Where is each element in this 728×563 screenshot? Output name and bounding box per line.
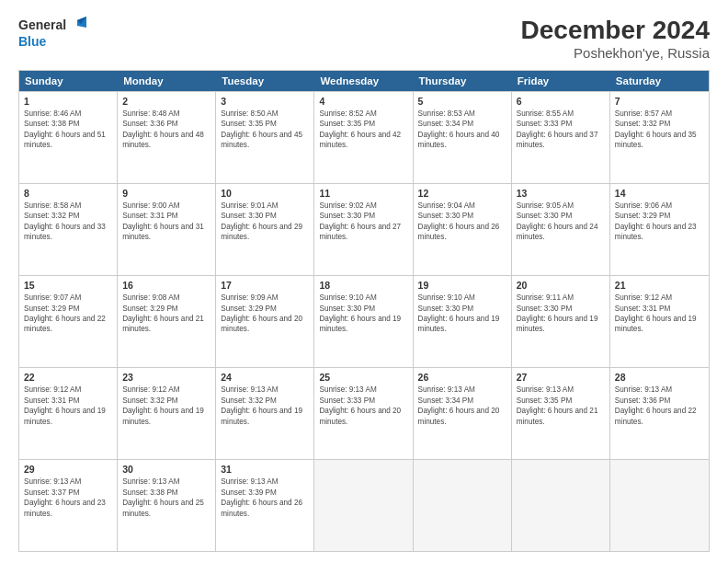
- sunrise-text: Sunrise: 9:13 AM: [24, 477, 81, 486]
- cal-cell-r3-c1: 15 Sunrise: 9:07 AM Sunset: 3:29 PM Dayl…: [19, 276, 118, 367]
- daylight-text: Daylight: 6 hours and 23 minutes.: [24, 499, 106, 517]
- daylight-text: Daylight: 6 hours and 26 minutes.: [418, 223, 500, 241]
- sunrise-text: Sunrise: 9:10 AM: [319, 293, 376, 302]
- daylight-text: Daylight: 6 hours and 19 minutes.: [122, 407, 204, 425]
- sunrise-text: Sunrise: 9:12 AM: [615, 293, 672, 302]
- daylight-text: Daylight: 6 hours and 31 minutes.: [122, 223, 204, 241]
- logo-general: General: [18, 18, 66, 32]
- sunset-text: Sunset: 3:32 PM: [615, 120, 671, 128]
- daylight-text: Daylight: 6 hours and 51 minutes.: [24, 131, 106, 149]
- sunrise-text: Sunrise: 9:13 AM: [517, 385, 574, 394]
- cal-cell-r4-c4: 25 Sunrise: 9:13 AM Sunset: 3:33 PM Dayl…: [314, 368, 413, 459]
- daylight-text: Daylight: 6 hours and 19 minutes.: [319, 315, 401, 333]
- sunrise-text: Sunrise: 9:13 AM: [221, 477, 278, 486]
- cal-cell-r4-c5: 26 Sunrise: 9:13 AM Sunset: 3:34 PM Dayl…: [414, 368, 512, 459]
- day-number: 17: [221, 279, 309, 292]
- sunset-text: Sunset: 3:35 PM: [319, 120, 375, 128]
- cal-cell-r1-c7: 7 Sunrise: 8:57 AM Sunset: 3:32 PM Dayli…: [610, 92, 709, 183]
- daylight-text: Daylight: 6 hours and 40 minutes.: [418, 131, 500, 149]
- logo: General Blue: [18, 17, 86, 49]
- sunrise-text: Sunrise: 9:11 AM: [517, 293, 574, 302]
- daylight-text: Daylight: 6 hours and 25 minutes.: [122, 499, 204, 517]
- sunset-text: Sunset: 3:30 PM: [221, 212, 277, 220]
- daylight-text: Daylight: 6 hours and 29 minutes.: [221, 223, 302, 241]
- sunset-text: Sunset: 3:37 PM: [24, 488, 80, 497]
- daylight-text: Daylight: 6 hours and 21 minutes.: [122, 315, 204, 333]
- cal-row-4: 22 Sunrise: 9:12 AM Sunset: 3:31 PM Dayl…: [19, 367, 709, 459]
- cal-cell-r1-c3: 3 Sunrise: 8:50 AM Sunset: 3:35 PM Dayli…: [216, 92, 314, 183]
- sunrise-text: Sunrise: 8:52 AM: [319, 109, 376, 118]
- daylight-text: Daylight: 6 hours and 37 minutes.: [517, 131, 598, 149]
- cal-cell-r1-c5: 5 Sunrise: 8:53 AM Sunset: 3:34 PM Dayli…: [414, 92, 512, 183]
- header-friday: Friday: [512, 71, 610, 91]
- daylight-text: Daylight: 6 hours and 22 minutes.: [24, 315, 106, 333]
- day-number: 28: [615, 371, 704, 384]
- day-number: 5: [418, 95, 506, 108]
- sunset-text: Sunset: 3:31 PM: [615, 304, 671, 313]
- sunset-text: Sunset: 3:29 PM: [615, 212, 671, 220]
- cal-cell-r5-c7: [610, 460, 709, 551]
- cal-cell-r5-c5: [414, 460, 512, 551]
- sunrise-text: Sunrise: 9:13 AM: [122, 477, 179, 486]
- sunset-text: Sunset: 3:29 PM: [122, 304, 178, 313]
- sunset-text: Sunset: 3:29 PM: [24, 304, 80, 313]
- sunset-text: Sunset: 3:35 PM: [517, 396, 573, 405]
- sunset-text: Sunset: 3:32 PM: [122, 396, 178, 405]
- day-number: 12: [418, 187, 506, 200]
- cal-cell-r5-c1: 29 Sunrise: 9:13 AM Sunset: 3:37 PM Dayl…: [19, 460, 118, 551]
- sunset-text: Sunset: 3:30 PM: [517, 212, 573, 220]
- sunrise-text: Sunrise: 9:02 AM: [319, 201, 376, 210]
- day-number: 14: [615, 187, 704, 200]
- day-number: 16: [122, 279, 210, 292]
- day-number: 27: [517, 371, 605, 384]
- header-thursday: Thursday: [414, 71, 512, 91]
- daylight-text: Daylight: 6 hours and 22 minutes.: [615, 407, 697, 425]
- day-number: 11: [319, 187, 407, 200]
- cal-cell-r4-c7: 28 Sunrise: 9:13 AM Sunset: 3:36 PM Dayl…: [610, 368, 709, 459]
- page: General Blue December 2024 Poshekhon'ye,…: [0, 0, 728, 563]
- sunrise-text: Sunrise: 9:13 AM: [319, 385, 376, 394]
- sunrise-text: Sunrise: 8:58 AM: [24, 201, 81, 210]
- sunset-text: Sunset: 3:31 PM: [122, 212, 178, 220]
- sunset-text: Sunset: 3:30 PM: [418, 212, 474, 220]
- day-number: 21: [615, 279, 704, 292]
- sunset-text: Sunset: 3:29 PM: [221, 304, 277, 313]
- day-number: 1: [24, 95, 112, 108]
- sunset-text: Sunset: 3:39 PM: [221, 488, 277, 497]
- header-saturday: Saturday: [610, 71, 709, 91]
- calendar-header: Sunday Monday Tuesday Wednesday Thursday…: [19, 71, 709, 91]
- header-tuesday: Tuesday: [216, 71, 314, 91]
- day-number: 24: [221, 371, 309, 384]
- sunrise-text: Sunrise: 9:13 AM: [418, 385, 475, 394]
- daylight-text: Daylight: 6 hours and 24 minutes.: [517, 223, 598, 241]
- day-number: 3: [221, 95, 309, 108]
- header-monday: Monday: [118, 71, 216, 91]
- cal-row-3: 15 Sunrise: 9:07 AM Sunset: 3:29 PM Dayl…: [19, 275, 709, 367]
- day-number: 10: [221, 187, 309, 200]
- daylight-text: Daylight: 6 hours and 45 minutes.: [221, 131, 302, 149]
- cal-cell-r5-c6: [512, 460, 610, 551]
- daylight-text: Daylight: 6 hours and 20 minutes.: [221, 315, 302, 333]
- cal-cell-r4-c3: 24 Sunrise: 9:13 AM Sunset: 3:32 PM Dayl…: [216, 368, 314, 459]
- cal-cell-r1-c6: 6 Sunrise: 8:55 AM Sunset: 3:33 PM Dayli…: [512, 92, 610, 183]
- sunset-text: Sunset: 3:33 PM: [319, 396, 375, 405]
- daylight-text: Daylight: 6 hours and 19 minutes.: [517, 315, 598, 333]
- cal-cell-r5-c3: 31 Sunrise: 9:13 AM Sunset: 3:39 PM Dayl…: [216, 460, 314, 551]
- sunset-text: Sunset: 3:36 PM: [615, 396, 671, 405]
- day-number: 2: [122, 95, 210, 108]
- sunset-text: Sunset: 3:30 PM: [418, 304, 474, 313]
- sunrise-text: Sunrise: 8:55 AM: [517, 109, 574, 118]
- sunset-text: Sunset: 3:36 PM: [122, 120, 178, 128]
- calendar-body: 1 Sunrise: 8:46 AM Sunset: 3:38 PM Dayli…: [19, 91, 709, 551]
- cal-row-5: 29 Sunrise: 9:13 AM Sunset: 3:37 PM Dayl…: [19, 459, 709, 551]
- day-number: 29: [24, 463, 112, 476]
- cal-cell-r2-c3: 10 Sunrise: 9:01 AM Sunset: 3:30 PM Dayl…: [216, 184, 314, 275]
- cal-cell-r2-c4: 11 Sunrise: 9:02 AM Sunset: 3:30 PM Dayl…: [314, 184, 413, 275]
- sunset-text: Sunset: 3:34 PM: [418, 396, 474, 405]
- sunset-text: Sunset: 3:30 PM: [319, 212, 375, 220]
- cal-cell-r2-c2: 9 Sunrise: 9:00 AM Sunset: 3:31 PM Dayli…: [118, 184, 216, 275]
- calendar: Sunday Monday Tuesday Wednesday Thursday…: [18, 70, 710, 552]
- cal-cell-r4-c1: 22 Sunrise: 9:12 AM Sunset: 3:31 PM Dayl…: [19, 368, 118, 459]
- day-number: 23: [122, 371, 210, 384]
- sunrise-text: Sunrise: 9:12 AM: [24, 385, 81, 394]
